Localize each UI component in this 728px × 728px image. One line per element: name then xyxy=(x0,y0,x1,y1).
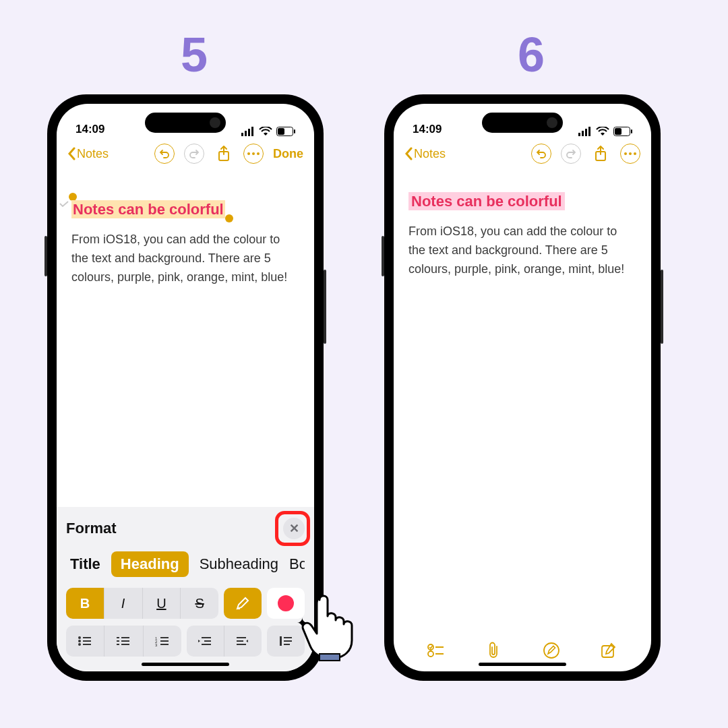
highlight-button[interactable] xyxy=(224,588,262,619)
nav-bar: Notes xyxy=(394,138,651,170)
svg-rect-32 xyxy=(280,636,282,646)
svg-rect-25 xyxy=(160,644,169,645)
markup-button[interactable] xyxy=(542,641,561,660)
phone-frame: 14:09 xyxy=(384,94,661,681)
close-button[interactable]: ✕ xyxy=(283,518,305,539)
svg-point-12 xyxy=(78,643,81,646)
home-indicator[interactable] xyxy=(142,663,229,666)
attachment-button[interactable] xyxy=(484,641,503,660)
svg-point-10 xyxy=(78,640,81,642)
svg-rect-13 xyxy=(83,644,91,645)
indent-button[interactable] xyxy=(224,626,262,657)
bullet-list-button[interactable] xyxy=(66,626,104,657)
svg-point-48 xyxy=(544,643,559,658)
style-subheading[interactable]: Subheading xyxy=(200,555,278,573)
battery-icon xyxy=(276,127,295,136)
indent-segment xyxy=(187,626,262,657)
clock: 14:09 xyxy=(75,123,136,136)
note-editor[interactable]: Notes can be colorful From iOS18, you ca… xyxy=(394,170,651,631)
chevron-left-icon xyxy=(404,147,413,160)
step-number-5: 5 xyxy=(181,27,208,82)
svg-rect-11 xyxy=(83,640,91,642)
paragraph-style-row[interactable]: Title Heading Subheading Body xyxy=(66,551,305,588)
redo-button[interactable] xyxy=(184,144,204,164)
svg-rect-42 xyxy=(615,128,621,135)
back-button[interactable]: Notes xyxy=(67,147,109,161)
checklist-button[interactable] xyxy=(427,641,446,660)
inline-style-segment: B I U S xyxy=(66,588,218,619)
format-title: Format xyxy=(66,520,117,537)
svg-rect-45 xyxy=(435,646,444,648)
svg-rect-16 xyxy=(117,640,119,642)
compose-button[interactable] xyxy=(599,641,618,660)
share-button[interactable] xyxy=(590,144,611,164)
note-body[interactable]: From iOS18, you can add the colour to th… xyxy=(71,231,299,287)
back-button[interactable]: Notes xyxy=(404,147,446,161)
style-body[interactable]: Body xyxy=(289,555,305,573)
svg-rect-50 xyxy=(320,654,340,661)
svg-rect-37 xyxy=(582,131,584,136)
undo-button[interactable] xyxy=(531,144,551,164)
style-title[interactable]: Title xyxy=(70,555,100,573)
svg-rect-31 xyxy=(237,644,246,645)
svg-rect-6 xyxy=(278,128,284,135)
svg-rect-5 xyxy=(294,129,295,133)
home-indicator[interactable] xyxy=(479,663,566,666)
back-label: Notes xyxy=(77,147,109,161)
numbered-list-button[interactable]: 123 xyxy=(143,626,181,657)
battery-icon xyxy=(613,127,632,136)
screen: 14:09 xyxy=(394,104,651,671)
svg-rect-34 xyxy=(284,640,292,642)
color-swatch-icon xyxy=(278,595,294,611)
tap-hand-icon: ✦ xyxy=(297,588,364,662)
redo-button[interactable] xyxy=(561,144,581,164)
svg-rect-49 xyxy=(602,646,613,657)
style-heading-selected[interactable]: Heading xyxy=(111,551,189,577)
dash-list-button[interactable] xyxy=(104,626,142,657)
svg-point-46 xyxy=(428,651,433,657)
checkmark-icon xyxy=(59,201,69,208)
svg-rect-29 xyxy=(237,637,246,638)
strike-button[interactable]: S xyxy=(180,588,218,619)
undo-button[interactable] xyxy=(154,144,175,164)
screen: 14:09 xyxy=(57,104,314,671)
svg-rect-0 xyxy=(241,133,243,136)
svg-rect-26 xyxy=(202,637,211,638)
format-panel: Format ✕ Title Heading Subheading Body B… xyxy=(57,507,314,671)
svg-rect-1 xyxy=(245,131,247,136)
svg-rect-3 xyxy=(251,127,253,136)
svg-rect-47 xyxy=(435,653,444,655)
note-title-selected[interactable]: Notes can be colorful xyxy=(71,200,225,218)
wifi-icon xyxy=(596,127,609,136)
step-number-6: 6 xyxy=(518,27,545,82)
svg-rect-21 xyxy=(160,637,169,638)
nav-bar: Notes Done xyxy=(57,138,314,170)
svg-text:3: 3 xyxy=(155,643,158,646)
dynamic-island xyxy=(145,113,226,133)
close-icon: ✕ xyxy=(289,521,299,536)
more-button[interactable] xyxy=(243,144,264,164)
selection-end-handle[interactable] xyxy=(225,214,233,222)
svg-rect-27 xyxy=(204,640,211,642)
clock: 14:09 xyxy=(413,123,473,136)
note-editor[interactable]: Notes can be colorful From iOS18, you ca… xyxy=(57,170,314,507)
outdent-button[interactable] xyxy=(187,626,224,657)
cellular-icon xyxy=(241,127,255,136)
svg-rect-9 xyxy=(83,637,91,638)
svg-rect-41 xyxy=(631,129,632,133)
bold-button[interactable]: B xyxy=(66,588,104,619)
more-button[interactable] xyxy=(620,144,640,164)
share-button[interactable] xyxy=(214,144,234,164)
italic-button[interactable]: I xyxy=(104,588,142,619)
done-button[interactable]: Done xyxy=(273,147,303,161)
underline-button[interactable]: U xyxy=(142,588,181,619)
svg-rect-39 xyxy=(588,127,590,136)
svg-rect-33 xyxy=(284,637,292,638)
back-label: Notes xyxy=(414,147,446,161)
dynamic-island xyxy=(482,113,563,133)
cellular-icon xyxy=(578,127,592,136)
svg-rect-14 xyxy=(117,637,119,638)
note-title-highlighted[interactable]: Notes can be colorful xyxy=(408,192,565,210)
note-body[interactable]: From iOS18, you can add the colour to th… xyxy=(408,222,636,279)
svg-point-8 xyxy=(78,636,81,639)
